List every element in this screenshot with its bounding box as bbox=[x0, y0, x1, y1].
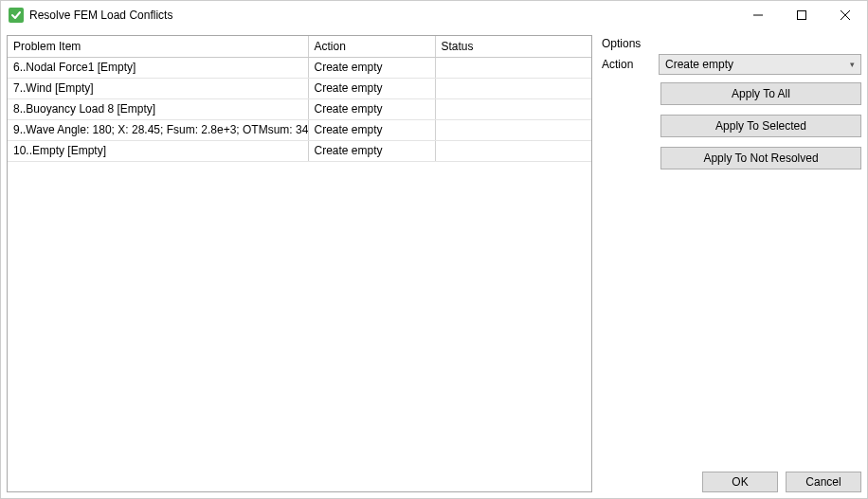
cell-status[interactable] bbox=[435, 98, 591, 119]
table-row[interactable]: 6..Nodal Force1 [Empty]Create empty bbox=[8, 57, 591, 78]
conflict-table[interactable]: Problem Item Action Status 6..Nodal Forc… bbox=[8, 36, 591, 162]
apply-to-selected-button[interactable]: Apply To Selected bbox=[660, 115, 861, 137]
conflict-table-panel: Problem Item Action Status 6..Nodal Forc… bbox=[7, 35, 592, 492]
ok-button[interactable]: OK bbox=[702, 472, 778, 492]
cell-problem-item[interactable]: 6..Nodal Force1 [Empty] bbox=[8, 57, 308, 78]
cell-problem-item[interactable]: 10..Empty [Empty] bbox=[8, 140, 308, 161]
cell-action[interactable]: Create empty bbox=[308, 78, 435, 98]
dialog-footer: OK Cancel bbox=[600, 466, 861, 492]
dialog-window: Resolve FEM Load Conflicts bbox=[0, 0, 868, 499]
table-row[interactable]: 10..Empty [Empty]Create empty bbox=[8, 140, 591, 161]
action-combobox[interactable]: Create empty ▾ bbox=[659, 54, 861, 75]
titlebar: Resolve FEM Load Conflicts bbox=[1, 1, 867, 29]
close-button[interactable] bbox=[823, 1, 867, 29]
action-label: Action bbox=[600, 58, 659, 71]
chevron-down-icon: ▾ bbox=[850, 60, 855, 69]
cancel-button[interactable]: Cancel bbox=[786, 472, 861, 492]
maximize-button[interactable] bbox=[780, 1, 823, 29]
cell-status[interactable] bbox=[435, 57, 591, 78]
svg-rect-0 bbox=[798, 11, 806, 20]
cell-problem-item[interactable]: 9..Wave Angle: 180; X: 28.45; Fsum: 2.8e… bbox=[8, 119, 308, 140]
cell-status[interactable] bbox=[435, 78, 591, 98]
col-header-problem-item[interactable]: Problem Item bbox=[8, 36, 308, 57]
apply-to-not-resolved-button[interactable]: Apply To Not Resolved bbox=[660, 147, 861, 169]
window-title: Resolve FEM Load Conflicts bbox=[29, 9, 172, 22]
table-row[interactable]: 7..Wind [Empty]Create empty bbox=[8, 78, 591, 98]
col-header-action[interactable]: Action bbox=[308, 36, 435, 57]
cell-status[interactable] bbox=[435, 119, 591, 140]
cell-action[interactable]: Create empty bbox=[308, 98, 435, 119]
cell-problem-item[interactable]: 7..Wind [Empty] bbox=[8, 78, 308, 98]
app-check-icon bbox=[9, 8, 24, 23]
table-row[interactable]: 9..Wave Angle: 180; X: 28.45; Fsum: 2.8e… bbox=[8, 119, 591, 140]
table-row[interactable]: 8..Buoyancy Load 8 [Empty]Create empty bbox=[8, 98, 591, 119]
minimize-button[interactable] bbox=[736, 1, 780, 29]
col-header-status[interactable]: Status bbox=[435, 36, 591, 57]
apply-to-all-button[interactable]: Apply To All bbox=[660, 82, 861, 105]
cell-action[interactable]: Create empty bbox=[308, 119, 435, 140]
options-panel: Options Action Create empty ▾ Apply To A… bbox=[600, 35, 861, 492]
options-heading: Options bbox=[600, 35, 861, 54]
cell-action[interactable]: Create empty bbox=[308, 57, 435, 78]
cell-action[interactable]: Create empty bbox=[308, 140, 435, 161]
cell-problem-item[interactable]: 8..Buoyancy Load 8 [Empty] bbox=[8, 98, 308, 119]
action-combobox-value: Create empty bbox=[665, 58, 733, 71]
cell-status[interactable] bbox=[435, 140, 591, 161]
dialog-body: Problem Item Action Status 6..Nodal Forc… bbox=[1, 29, 867, 498]
